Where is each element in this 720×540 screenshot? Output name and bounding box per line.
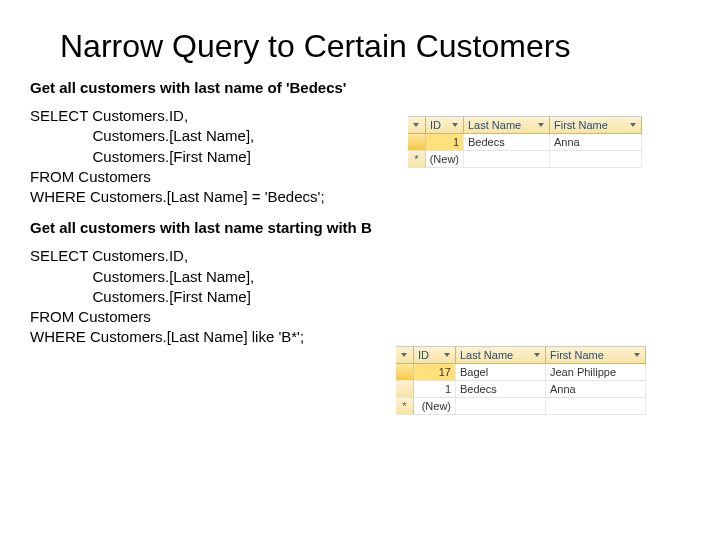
row-selector-new[interactable]: *: [396, 398, 414, 414]
grid1-col-firstname[interactable]: First Name: [550, 117, 642, 133]
dropdown-icon: [401, 352, 408, 359]
cell-lastname-new[interactable]: [456, 398, 546, 414]
grid2-col-id[interactable]: ID: [414, 347, 456, 363]
grid1-header: ID Last Name First Name: [408, 116, 642, 134]
grid1-new-row[interactable]: * (New): [408, 151, 642, 168]
row-selector[interactable]: [396, 381, 414, 397]
grid2-col-firstname[interactable]: First Name: [546, 347, 646, 363]
result-grid-2: ID Last Name First Name 17 Bagel Jean Ph…: [396, 346, 646, 415]
grid2-row[interactable]: 1 Bedecs Anna: [396, 381, 646, 398]
grid2-col-lastname[interactable]: Last Name: [456, 347, 546, 363]
cell-firstname-new[interactable]: [550, 151, 642, 167]
result-grid-1: ID Last Name First Name 1 Bedecs Anna * …: [408, 116, 642, 168]
row-selector-new[interactable]: *: [408, 151, 426, 167]
cell-firstname[interactable]: Anna: [550, 134, 642, 150]
dropdown-icon: [413, 122, 420, 129]
dropdown-icon: [538, 122, 545, 129]
dropdown-icon: [534, 352, 541, 359]
cell-id[interactable]: 1: [426, 134, 464, 150]
dropdown-icon: [630, 122, 637, 129]
cell-lastname-new[interactable]: [464, 151, 550, 167]
grid1-col-id[interactable]: ID: [426, 117, 464, 133]
grid1-col-lastname[interactable]: Last Name: [464, 117, 550, 133]
section1-sql: SELECT Customers.ID, Customers.[Last Nam…: [30, 106, 400, 207]
cell-lastname[interactable]: Bedecs: [464, 134, 550, 150]
cell-id[interactable]: 1: [414, 381, 456, 397]
dropdown-icon: [444, 352, 451, 359]
grid2-select-all[interactable]: [396, 347, 414, 363]
cell-id[interactable]: 17: [414, 364, 456, 380]
slide-title: Narrow Query to Certain Customers: [60, 28, 690, 65]
dropdown-icon: [634, 352, 641, 359]
row-selector[interactable]: [396, 364, 414, 380]
row-selector[interactable]: [408, 134, 426, 150]
cell-id-new[interactable]: (New): [414, 398, 456, 414]
cell-lastname[interactable]: Bedecs: [456, 381, 546, 397]
grid2-new-row[interactable]: * (New): [396, 398, 646, 415]
new-row-icon: *: [414, 153, 418, 165]
dropdown-icon: [452, 122, 459, 129]
grid2-header: ID Last Name First Name: [396, 346, 646, 364]
new-row-icon: *: [402, 400, 406, 412]
cell-firstname[interactable]: Anna: [546, 381, 646, 397]
section2-heading: Get all customers with last name startin…: [30, 219, 400, 236]
section2-sql: SELECT Customers.ID, Customers.[Last Nam…: [30, 246, 400, 347]
grid2-row[interactable]: 17 Bagel Jean Philippe: [396, 364, 646, 381]
section1-heading: Get all customers with last name of 'Bed…: [30, 79, 400, 96]
cell-firstname[interactable]: Jean Philippe: [546, 364, 646, 380]
grid1-row[interactable]: 1 Bedecs Anna: [408, 134, 642, 151]
cell-firstname-new[interactable]: [546, 398, 646, 414]
cell-lastname[interactable]: Bagel: [456, 364, 546, 380]
cell-id-new[interactable]: (New): [426, 151, 464, 167]
grid1-select-all[interactable]: [408, 117, 426, 133]
